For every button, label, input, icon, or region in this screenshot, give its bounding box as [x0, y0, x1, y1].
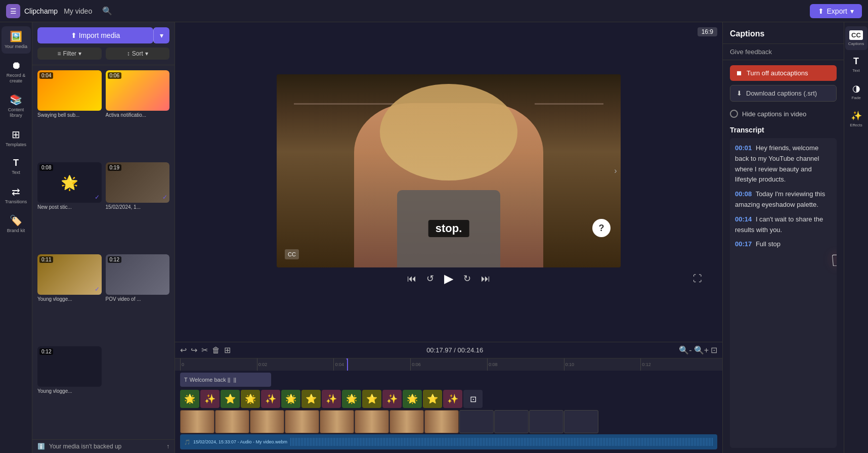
sidebar-item-templates[interactable]: ⊞ Templates [2, 124, 31, 152]
far-right-item-effects[interactable]: ✨ Effects [845, 106, 867, 131]
search-icon[interactable]: 🔍 [102, 6, 112, 16]
sticker-item[interactable]: ⭐ [221, 390, 240, 408]
video-clip[interactable] [320, 410, 354, 433]
content-library-icon: 📚 [10, 94, 22, 106]
fullscreen-button[interactable]: ⛶ [693, 274, 702, 284]
captions-actions: ⏹ Turn off autocaptions ⬇ Download capti… [723, 60, 844, 107]
transcript-timestamp[interactable]: 00:17 [735, 240, 752, 248]
fade-panel-icon: ◑ [852, 83, 860, 94]
play-button[interactable]: ▶ [444, 271, 453, 286]
sidebar-label-content-library: Content library [4, 107, 29, 118]
far-right-item-text[interactable]: T Text [845, 52, 867, 77]
timeline-toolbar: ↩ ↪ ✂ 🗑 ⊞ 00:17.97 / 00:24.16 🔍- 🔍+ ⊡ [175, 342, 722, 358]
list-item[interactable]: 0:19 ✓ 15/02/2024, 1... [106, 162, 170, 250]
sticker-item[interactable]: 🌟 [403, 390, 422, 408]
cc-icon[interactable]: CC [285, 249, 299, 259]
transcript-timestamp[interactable]: 00:01 [735, 144, 752, 152]
sticker-item[interactable]: ⭐ [301, 390, 321, 408]
help-button[interactable]: ? [592, 219, 611, 237]
video-clip[interactable] [250, 410, 284, 433]
export-caret[interactable]: ▾ [850, 7, 854, 15]
video-track [175, 409, 722, 434]
import-media-button[interactable]: ⬆ Import media [37, 27, 153, 43]
transcript-content[interactable]: 00:01 Hey friends, welcome back to my Yo… [730, 138, 837, 448]
list-item[interactable]: 0:04 Swaying bell sub... [37, 70, 102, 158]
your-media-icon: 🖼️ [10, 30, 22, 42]
filter-button[interactable]: ≡ Filter ▾ [37, 48, 102, 60]
far-right-item-fade[interactable]: ◑ Fade [845, 79, 867, 104]
sidebar-item-brand-kit[interactable]: 🏷️ Brand kit [2, 210, 31, 238]
export-button[interactable]: ⬆ Export ▾ [810, 4, 862, 18]
fit-button[interactable]: ⊡ [711, 345, 717, 355]
sidebar-item-record-create[interactable]: ⏺ Record & create [2, 56, 31, 88]
zoom-in-button[interactable]: 🔍+ [694, 345, 709, 355]
sticker-item[interactable]: ⭐ [362, 390, 381, 408]
rewind-button[interactable]: ↺ [426, 273, 434, 284]
sticker-item[interactable]: 🌟 [241, 390, 260, 408]
sort-button[interactable]: ↕ Sort ▾ [106, 48, 170, 60]
media-title: POV video of ... [106, 296, 170, 302]
backed-up-action[interactable]: ↑ [166, 443, 169, 450]
stop-icon: ⏹ [736, 69, 743, 77]
video-clip[interactable] [424, 410, 459, 433]
sticker-item[interactable]: ✨ [443, 390, 462, 408]
project-name[interactable]: My video [64, 7, 92, 15]
timeline-area: ↩ ↪ ✂ 🗑 ⊞ 00:17.97 / 00:24.16 🔍- 🔍+ ⊡ 0 [175, 342, 722, 453]
transcript-timestamp[interactable]: 00:08 [735, 190, 752, 198]
sidebar-item-your-media[interactable]: 🖼️ Your media [2, 26, 31, 54]
transcript-timestamp[interactable]: 00:14 [735, 215, 752, 223]
video-clip[interactable] [180, 410, 214, 433]
sticker-item[interactable]: 🌟 [281, 390, 300, 408]
delete-button[interactable]: 🗑 [212, 346, 220, 355]
detach-audio-button[interactable]: ⊞ [224, 345, 231, 355]
skip-back-button[interactable]: ⏮ [407, 274, 416, 284]
far-right-item-captions[interactable]: CC Captions [845, 26, 867, 50]
scroll-right-icon[interactable]: › [611, 166, 621, 175]
feedback-link[interactable]: Give feedback [723, 44, 844, 60]
sticker-item[interactable]: ✨ [261, 390, 280, 408]
sticker-item[interactable]: 🌟 [180, 390, 199, 408]
video-clip[interactable] [389, 410, 424, 433]
video-clip[interactable] [285, 410, 319, 433]
sticker-item[interactable]: ✨ [200, 390, 220, 408]
list-item[interactable]: 0:11 ✓ Young vlogge... [37, 254, 102, 342]
video-clip[interactable] [355, 410, 389, 433]
list-item[interactable]: 0:12 Young vlogge... [37, 346, 102, 434]
download-captions-button[interactable]: ⬇ Download captions (.srt) [730, 85, 837, 102]
sort-icon: ↕ [127, 50, 130, 57]
ruler-mark: 0:12 [640, 358, 717, 371]
video-clip-end[interactable] [564, 410, 598, 433]
list-item[interactable]: 0:06 Activa notificatio... [106, 70, 170, 158]
import-caret-button[interactable]: ▾ [153, 27, 169, 43]
import-row: ⬆ Import media ▾ [37, 27, 169, 43]
sticker-item[interactable]: ✨ [382, 390, 402, 408]
list-item[interactable]: 🌟 0:08 ✓ New post stic... [37, 162, 102, 250]
logo-area: ☰ Clipchamp [6, 4, 58, 18]
far-right-panel: CC Captions T Text ◑ Fade ✨ Effects [844, 22, 868, 453]
sidebar-item-text[interactable]: T Text [2, 154, 31, 179]
video-clip-end[interactable] [459, 410, 494, 433]
fast-forward-button[interactable]: ↻ [463, 273, 471, 284]
video-clip[interactable] [215, 410, 249, 433]
sidebar-item-transitions[interactable]: ⇄ Transitions [2, 182, 31, 209]
aspect-ratio-badge[interactable]: 16:9 [698, 27, 717, 36]
sticker-item[interactable]: ✨ [322, 390, 341, 408]
skip-forward-button[interactable]: ⏭ [481, 274, 490, 284]
redo-button[interactable]: ↪ [191, 345, 197, 355]
caption-track[interactable]: T Welcome back || || [180, 373, 271, 387]
undo-button[interactable]: ↩ [180, 345, 187, 355]
list-item[interactable]: 0:12 POV video of ... [106, 254, 170, 342]
ruler-mark: 0 [180, 358, 257, 371]
media-duration: 0:06 [108, 72, 121, 79]
cut-button[interactable]: ✂ [201, 345, 208, 355]
hide-captions-radio[interactable] [730, 110, 738, 118]
ruler-mark: 0:08 [487, 358, 564, 371]
sticker-item[interactable]: ⭐ [423, 390, 442, 408]
sticker-item[interactable]: 🌟 [342, 390, 361, 408]
audio-track[interactable]: 🎵 15/02/2024, 15:33:07 - Audio - My vide… [180, 434, 717, 449]
sidebar-item-content-library[interactable]: 📚 Content library [2, 89, 31, 122]
zoom-out-button[interactable]: 🔍- [679, 345, 691, 355]
video-clip-end[interactable] [529, 410, 563, 433]
turn-off-autocaptions-button[interactable]: ⏹ Turn off autocaptions [730, 65, 837, 81]
video-clip-end[interactable] [494, 410, 529, 433]
